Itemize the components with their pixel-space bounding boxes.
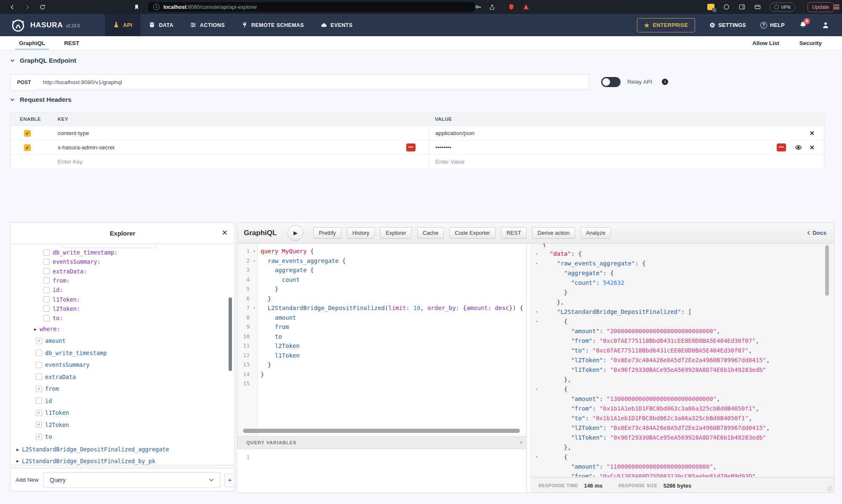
rest-button[interactable]: REST bbox=[501, 227, 527, 239]
nav-tab-remote-schemas[interactable]: REMOTE SCHEMAS bbox=[233, 14, 312, 36]
wallet-icon[interactable] bbox=[754, 3, 761, 11]
explorer-arg[interactable]: extraData: bbox=[43, 268, 87, 275]
expand-arrow-icon[interactable]: ▶ bbox=[16, 447, 19, 452]
explorer-arg[interactable]: from: bbox=[43, 277, 70, 284]
resize-grip[interactable] bbox=[827, 486, 833, 492]
explorer-field[interactable]: extraData bbox=[36, 374, 76, 380]
sidebar-icon[interactable] bbox=[738, 3, 746, 11]
code-exporter-button[interactable]: Code Exporter bbox=[449, 227, 496, 239]
explorer-arg[interactable]: l2Token: bbox=[43, 305, 80, 312]
checkbox[interactable] bbox=[43, 277, 50, 284]
eye-icon[interactable] bbox=[795, 144, 802, 151]
add-operation-button[interactable]: + bbox=[224, 474, 235, 487]
fold-icon[interactable]: ▾ bbox=[530, 259, 541, 268]
response-scrollbar[interactable] bbox=[825, 245, 829, 296]
nav-tab-actions[interactable]: ACTIONS bbox=[182, 14, 233, 36]
fold-icon[interactable]: ▾ bbox=[530, 307, 541, 317]
password-manager-icon[interactable]: ••• bbox=[406, 143, 416, 151]
password-manager-icon[interactable]: ••• bbox=[777, 143, 786, 151]
header-value-cell[interactable]: application/json✕ bbox=[428, 126, 824, 140]
notes-extension-icon[interactable]: 1 bbox=[707, 4, 714, 10]
notifications-button[interactable]: 8 bbox=[799, 21, 807, 29]
checkbox[interactable] bbox=[43, 259, 50, 265]
execute-query-button[interactable]: ▶ bbox=[288, 225, 303, 241]
explorer-arg[interactable]: db_write_timestamp: bbox=[43, 249, 117, 256]
explorer-arg[interactable]: to: bbox=[43, 315, 63, 321]
new-header-value-input[interactable]: Enter Value bbox=[428, 155, 824, 169]
remove-header-icon[interactable]: ✕ bbox=[809, 130, 815, 137]
update-button[interactable]: Update bbox=[807, 2, 834, 12]
explorer-field[interactable]: ✓l2Token bbox=[36, 422, 69, 428]
operation-type-select[interactable]: Query bbox=[43, 472, 220, 488]
checkbox[interactable] bbox=[43, 249, 50, 256]
analyze-button[interactable]: Analyze bbox=[581, 227, 611, 239]
checkbox[interactable] bbox=[43, 268, 50, 274]
warning-icon[interactable] bbox=[522, 3, 530, 11]
checkbox[interactable] bbox=[36, 374, 42, 380]
fold-icon[interactable]: ▾ bbox=[530, 317, 541, 326]
header-enabled-checkbox[interactable]: ✓ bbox=[24, 130, 31, 137]
explorer-where[interactable]: ▶where: bbox=[34, 326, 60, 332]
history-button[interactable]: History bbox=[347, 227, 375, 239]
fold-icon[interactable]: ▾ bbox=[251, 247, 257, 256]
checkbox[interactable]: ✓ bbox=[36, 386, 42, 392]
back-icon[interactable] bbox=[8, 3, 16, 11]
header-key-cell[interactable]: x-hasura-admin-secret••• bbox=[44, 144, 428, 151]
query-variables-header[interactable]: QUERY VARIABLES ▾ bbox=[237, 436, 526, 449]
explorer-field[interactable]: ✓to bbox=[36, 433, 52, 440]
fold-icon[interactable]: ▾ bbox=[530, 249, 541, 259]
expand-arrow-icon[interactable]: ▶ bbox=[16, 459, 19, 463]
remove-header-icon[interactable]: ✕ bbox=[809, 144, 815, 151]
explorer-arg[interactable]: l1Token: bbox=[43, 296, 80, 303]
fold-icon[interactable]: ▾ bbox=[530, 385, 541, 394]
tab-rest[interactable]: REST bbox=[64, 36, 79, 50]
explorer-arg[interactable]: eventsSummary: bbox=[43, 258, 101, 265]
prettify-button[interactable]: Prettify bbox=[313, 227, 341, 239]
checkbox[interactable] bbox=[43, 287, 50, 293]
checkbox[interactable] bbox=[43, 305, 50, 312]
hasura-logo[interactable] bbox=[10, 17, 26, 33]
vpn-button[interactable]: VPN bbox=[770, 3, 795, 12]
profile-button[interactable] bbox=[822, 21, 829, 29]
reload-icon[interactable] bbox=[39, 3, 46, 11]
tab-graphiql[interactable]: GraphiQL bbox=[19, 36, 45, 50]
browser-menu-icon[interactable] bbox=[834, 4, 839, 11]
header-key-cell[interactable]: content-type bbox=[44, 130, 428, 136]
explorer-collapsed-item[interactable]: ▶L2StandardBridge_DepositFinalized_by_pk bbox=[16, 458, 155, 464]
docs-link[interactable]: Docs bbox=[807, 230, 826, 236]
fold-icon[interactable]: ▾ bbox=[251, 256, 257, 266]
bookmark-icon[interactable] bbox=[133, 3, 140, 11]
help-button[interactable]: ? HELP bbox=[760, 22, 785, 29]
explorer-field[interactable]: db_write_timestamp bbox=[36, 350, 107, 356]
key-icon[interactable] bbox=[474, 3, 482, 11]
address-bar[interactable]: i localhost:8080/console/api/api-explore… bbox=[148, 2, 475, 12]
shield-icon[interactable] bbox=[507, 3, 515, 11]
endpoint-url-input[interactable]: http://localhost:8080/v1/graphql bbox=[37, 74, 589, 90]
security-link[interactable]: Security bbox=[799, 40, 822, 46]
explorer-button[interactable]: Explorer bbox=[380, 227, 411, 239]
editor-horizontal-scrollbar[interactable] bbox=[243, 429, 520, 433]
settings-button[interactable]: ⚙ SETTINGS bbox=[709, 21, 746, 29]
enterprise-button[interactable]: ★ ENTERPRISE bbox=[637, 18, 695, 32]
explorer-field[interactable]: eventsSummary bbox=[36, 361, 90, 368]
nav-tab-data[interactable]: DATA bbox=[141, 14, 181, 36]
fold-icon[interactable]: ▾ bbox=[251, 303, 257, 313]
fold-icon[interactable]: ▾ bbox=[530, 452, 541, 462]
checkbox[interactable] bbox=[36, 398, 42, 404]
explorer-arg[interactable]: id: bbox=[43, 286, 63, 293]
checkbox[interactable]: ✓ bbox=[36, 338, 42, 344]
checkbox[interactable]: ✓ bbox=[36, 422, 42, 428]
nav-tab-events[interactable]: EVENTS bbox=[312, 14, 361, 36]
cache-button[interactable]: Cache bbox=[417, 227, 444, 239]
explorer-collapsed-item[interactable]: ▶L2StandardBridge_DepositFinalized_aggre… bbox=[16, 446, 169, 453]
allow-list-link[interactable]: Allow List bbox=[752, 40, 779, 46]
explorer-scrollbar[interactable] bbox=[229, 297, 232, 371]
header-value-cell[interactable]: •••••••••••✕ bbox=[428, 141, 824, 154]
info-icon[interactable]: i bbox=[662, 79, 668, 85]
query-editor[interactable]: 1▾query MyQuery {2▾ raw_events_aggregate… bbox=[237, 244, 527, 493]
hexagon-extension-icon[interactable] bbox=[722, 3, 730, 11]
checkbox[interactable] bbox=[36, 350, 42, 356]
checkbox[interactable]: ✓ bbox=[36, 434, 42, 440]
forward-icon[interactable] bbox=[24, 3, 31, 11]
explorer-field[interactable]: ✓from bbox=[36, 385, 59, 392]
